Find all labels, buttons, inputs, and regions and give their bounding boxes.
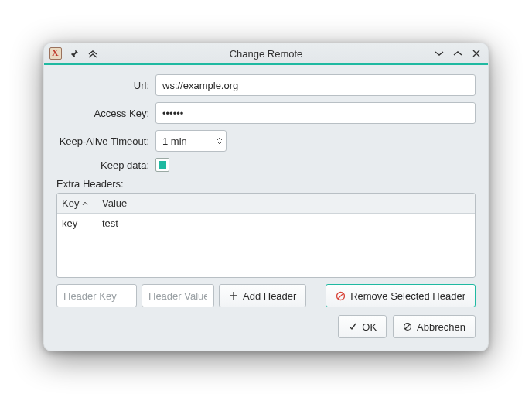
close-icon[interactable]	[469, 46, 483, 60]
remove-header-button[interactable]: Remove Selected Header	[326, 284, 476, 307]
add-header-button[interactable]: Add Header	[219, 284, 306, 307]
access-key-label: Access Key:	[56, 108, 155, 119]
table-row[interactable]: key test	[57, 214, 475, 232]
url-label: Url:	[56, 80, 155, 91]
cell-value: test	[97, 218, 475, 229]
cancel-button[interactable]: Abbrechen	[393, 315, 476, 338]
cancel-icon	[403, 322, 412, 331]
access-key-input[interactable]	[155, 102, 476, 124]
cell-key: key	[57, 218, 97, 229]
plus-icon	[229, 291, 238, 300]
extra-headers-label: Extra Headers:	[56, 178, 476, 190]
minimize-icon[interactable]	[432, 46, 446, 60]
header-value-input[interactable]	[142, 284, 214, 307]
keep-data-checkbox[interactable]	[155, 158, 169, 172]
ok-button[interactable]: OK	[338, 315, 387, 338]
prohibit-icon	[336, 291, 346, 301]
check-icon	[348, 322, 357, 331]
titlebar: Change Remote	[44, 43, 488, 65]
timeout-value: 1 min	[162, 135, 187, 147]
stepper-arrows-icon[interactable]	[217, 136, 223, 146]
app-menu-icon[interactable]	[49, 46, 63, 60]
timeout-label: Keep-Alive Timeout:	[56, 135, 155, 147]
maximize-icon[interactable]	[451, 46, 465, 60]
sort-asc-icon	[82, 200, 88, 207]
pin-icon[interactable]	[67, 46, 81, 60]
dialog-window: Change Remote Url: A	[43, 43, 489, 351]
window-title: Change Remote	[44, 48, 488, 60]
column-header-value[interactable]: Value	[97, 194, 475, 213]
column-header-key[interactable]: Key	[57, 194, 97, 213]
url-input[interactable]	[155, 74, 476, 96]
timeout-stepper[interactable]: 1 min	[155, 130, 227, 152]
shade-icon[interactable]	[86, 46, 100, 60]
svg-point-1	[404, 324, 411, 331]
extra-headers-table[interactable]: Key Value key test	[56, 193, 476, 278]
header-key-input[interactable]	[56, 284, 137, 307]
svg-point-0	[337, 292, 345, 300]
keep-data-label: Keep data:	[56, 159, 155, 171]
